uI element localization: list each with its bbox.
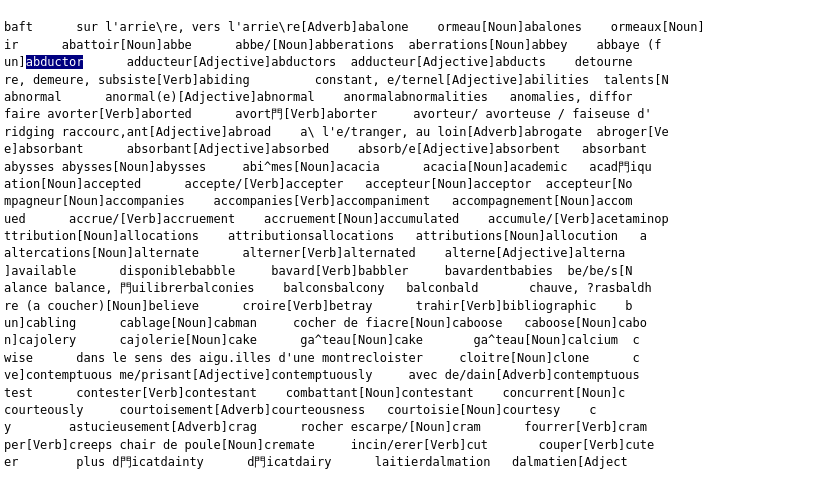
dictionary-line: y astucieusement[Adverb]crag rocher esca…: [4, 419, 836, 436]
dictionary-line: e]absorbant absorbant[Adjective]absorbed…: [4, 141, 836, 158]
dictionary-line: ation[Noun]accepted accepte/[Verb]accept…: [4, 176, 836, 193]
dictionary-line: ]available disponiblebabble bavard[Verb]…: [4, 263, 836, 280]
dictionary-line: ir abattoir[Noun]abbe abbe/[Noun]abberat…: [4, 37, 836, 54]
dictionary-line: wise dans le sens des aigu.illes d'une m…: [4, 350, 836, 367]
dictionary-line: er plus d門icatdainty d門icatdairy laitier…: [4, 454, 836, 471]
dictionary-line: faire avorter[Verb]aborted avort門[Verb]a…: [4, 106, 836, 123]
dictionary-line: ridging raccourc,ant[Adjective]abroad a\…: [4, 124, 836, 141]
dictionary-line: courteously courtoisement[Adverb]courteo…: [4, 402, 836, 419]
dictionary-line: mpagneur[Noun]accompanies accompanies[Ve…: [4, 193, 836, 210]
dictionary-content: baft sur l'arrie\re, vers l'arrie\re[Adv…: [0, 0, 840, 500]
dictionary-line: alance balance, 門uilibrerbalconies balco…: [4, 280, 836, 297]
dictionary-line: ued accrue/[Verb]accruement accruement[N…: [4, 211, 836, 228]
dictionary-line: re (a coucher)[Noun]believe croire[Verb]…: [4, 298, 836, 315]
dictionary-line: un]abductor adducteur[Adjective]abductor…: [4, 54, 836, 71]
dictionary-line: ttribution[Noun]allocations attributions…: [4, 228, 836, 245]
dictionary-line: ve]contemptuous me/prisant[Adjective]con…: [4, 367, 836, 384]
dictionary-line: baft sur l'arrie\re, vers l'arrie\re[Adv…: [4, 19, 836, 36]
dictionary-line: test contester[Verb]contestant combattan…: [4, 385, 836, 402]
dictionary-line: altercations[Noun]alternate alterner[Ver…: [4, 245, 836, 262]
dictionary-line: re, demeure, subsiste[Verb]abiding const…: [4, 72, 836, 89]
highlighted-word: abductor: [26, 55, 84, 69]
dictionary-line: n]cajolery cajolerie[Noun]cake ga^teau[N…: [4, 332, 836, 349]
dictionary-line: per[Verb]creeps chair de poule[Noun]crem…: [4, 437, 836, 454]
dictionary-line: abnormal anormal(e)[Adjective]abnormal a…: [4, 89, 836, 106]
dictionary-line: abysses abysses[Noun]abysses abi^mes[Nou…: [4, 159, 836, 176]
dictionary-line: un]cabling cablage[Noun]cabman cocher de…: [4, 315, 836, 332]
